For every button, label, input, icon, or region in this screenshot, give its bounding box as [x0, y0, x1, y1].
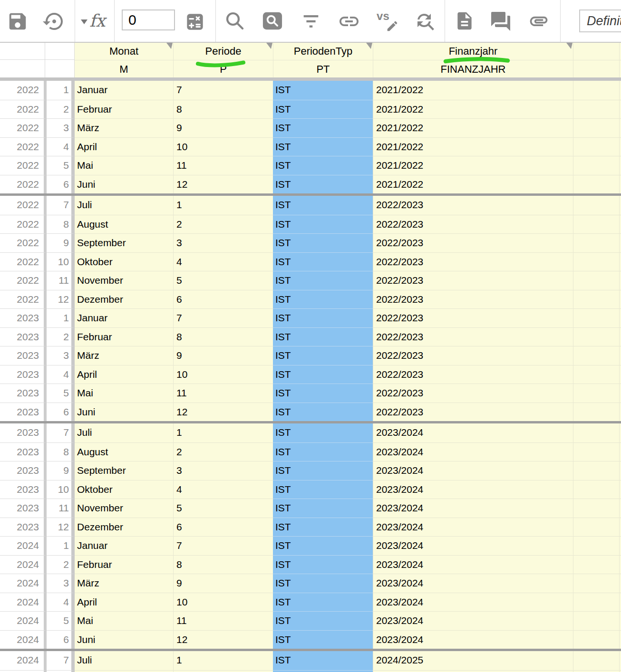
row-header-month-number[interactable]: 5	[47, 156, 75, 175]
cell-monat[interactable]: Juni	[75, 403, 173, 422]
cell-empty[interactable]	[573, 384, 619, 403]
row-header-year[interactable]: 2022	[0, 118, 47, 137]
cell-empty[interactable]	[619, 630, 621, 649]
cell-empty[interactable]	[619, 611, 621, 630]
row-header-month-number[interactable]: 2	[47, 555, 75, 574]
cell-periodentyp[interactable]: IST	[273, 555, 373, 574]
cell-monat[interactable]: Juni	[75, 630, 173, 649]
cell-periodentyp[interactable]: IST	[273, 196, 373, 215]
row-header-year[interactable]: 2022	[0, 137, 47, 156]
calculator-button[interactable]	[185, 12, 204, 31]
row-header-month-number[interactable]: 10	[47, 252, 75, 271]
cell-empty[interactable]	[619, 346, 621, 365]
cell-finanzjahr[interactable]: 2023/2024	[373, 499, 573, 518]
cell-periode[interactable]: 8	[173, 100, 273, 119]
row-header-month-number[interactable]: 7	[47, 423, 75, 442]
cell-finanzjahr[interactable]: 2022/2023	[373, 384, 573, 403]
find-replace-button[interactable]	[413, 10, 437, 33]
cell-periode[interactable]: 7	[173, 536, 273, 555]
cell-periode[interactable]: 11	[173, 611, 273, 630]
cell-finanzjahr[interactable]	[373, 670, 573, 672]
cell-monat[interactable]: Mai	[75, 611, 173, 630]
cell-periodentyp[interactable]: IST	[273, 271, 373, 290]
cell-periodentyp[interactable]: IST	[273, 308, 373, 327]
search-button[interactable]	[223, 10, 246, 32]
column-header-periode[interactable]: Periode	[173, 43, 273, 60]
cell-monat[interactable]: November	[75, 271, 173, 290]
cell-empty[interactable]	[619, 423, 621, 442]
cell-periodentyp[interactable]: IST	[273, 403, 373, 422]
row-header-month-number[interactable]: 2	[47, 100, 75, 119]
cell-finanzjahr[interactable]: 2022/2023	[373, 365, 573, 384]
row-header-month-number[interactable]: 7	[47, 196, 75, 215]
row-header-year[interactable]: 2023	[0, 365, 47, 384]
cell-empty[interactable]	[573, 233, 619, 252]
column-header-finanzjahr[interactable]: Finanzjahr	[373, 43, 573, 60]
row-header-month-number[interactable]: 5	[47, 611, 75, 630]
vs-edit-button[interactable]: vs	[376, 10, 399, 33]
row-header-year[interactable]: 2023	[0, 480, 47, 499]
cell-monat[interactable]: Mai	[75, 384, 173, 403]
row-header-year[interactable]: 2023	[0, 327, 47, 346]
cell-monat[interactable]: Juni	[75, 175, 173, 194]
column-subheader-empty[interactable]	[619, 60, 621, 77]
cell-finanzjahr[interactable]: 2022/2023	[373, 252, 573, 271]
column-header-empty[interactable]	[619, 43, 621, 60]
row-header-month-number[interactable]: 1	[47, 81, 75, 100]
cell-monat[interactable]: August	[75, 442, 173, 461]
search-in-selection-button[interactable]	[262, 11, 283, 31]
row-header-year[interactable]: 2022	[0, 252, 47, 271]
cell-empty[interactable]	[573, 290, 619, 309]
cell-monat[interactable]: Oktober	[75, 480, 173, 499]
cell-monat[interactable]: Februar	[75, 555, 173, 574]
row-header-year[interactable]: 2023	[0, 346, 47, 365]
row-header-month-number[interactable]: 4	[47, 137, 75, 156]
cell-finanzjahr[interactable]: 2022/2023	[373, 215, 573, 234]
cell-periodentyp[interactable]: IST	[273, 423, 373, 442]
formula-dropdown-button[interactable]: fx	[81, 12, 106, 29]
row-header-month-number[interactable]: 8	[47, 442, 75, 461]
cell-finanzjahr[interactable]: 2021/2022	[373, 81, 573, 100]
cell-periode[interactable]: 7	[173, 308, 273, 327]
row-header-month-number[interactable]: 7	[47, 651, 75, 670]
cell-periode[interactable]: 10	[173, 137, 273, 156]
cell-periode[interactable]: 6	[173, 290, 273, 309]
cell-periode[interactable]: 10	[173, 365, 273, 384]
row-header-year[interactable]: 2022	[0, 215, 47, 234]
row-header-month-number[interactable]	[47, 670, 75, 672]
row-header-month-number[interactable]: 1	[47, 536, 75, 555]
column-subheader-pt[interactable]: PT	[273, 60, 373, 77]
cell-periodentyp[interactable]: IST	[273, 461, 373, 480]
cell-finanzjahr[interactable]: 2021/2022	[373, 100, 573, 119]
cell-periode[interactable]: 1	[173, 423, 273, 442]
corner-cell[interactable]	[0, 60, 45, 77]
column-header-monat[interactable]: Monat	[75, 43, 173, 60]
cell-monat[interactable]: März	[75, 346, 173, 365]
cell-monat[interactable]: März	[75, 574, 173, 593]
row-header-year[interactable]: 2023	[0, 442, 47, 461]
row-header-year[interactable]: 2024	[0, 593, 47, 612]
cell-monat[interactable]: Februar	[75, 327, 173, 346]
cell-empty[interactable]	[619, 271, 621, 290]
cell-empty[interactable]	[573, 630, 619, 649]
cell-empty[interactable]	[619, 100, 621, 119]
row-header-year[interactable]: 2022	[0, 81, 47, 100]
cell-empty[interactable]	[619, 365, 621, 384]
cell-empty[interactable]	[619, 81, 621, 100]
cell-periode[interactable]: 12	[173, 403, 273, 422]
cell-empty[interactable]	[619, 327, 621, 346]
cell-empty[interactable]	[573, 81, 619, 100]
row-header-month-number[interactable]: 12	[47, 518, 75, 537]
row-header-year[interactable]: 2024	[0, 630, 47, 649]
row-header-month-number[interactable]: 9	[47, 233, 75, 252]
cell-empty[interactable]	[619, 574, 621, 593]
cell-empty[interactable]	[573, 611, 619, 630]
row-header-year[interactable]: 2023	[0, 423, 47, 442]
column-header-empty[interactable]	[573, 43, 619, 60]
cell-empty[interactable]	[619, 384, 621, 403]
row-header-month-number[interactable]: 6	[47, 630, 75, 649]
attachment-button[interactable]	[526, 10, 552, 31]
cell-finanzjahr[interactable]: 2023/2024	[373, 630, 573, 649]
cell-empty[interactable]	[573, 271, 619, 290]
cell-periodentyp[interactable]: IST	[273, 156, 373, 175]
